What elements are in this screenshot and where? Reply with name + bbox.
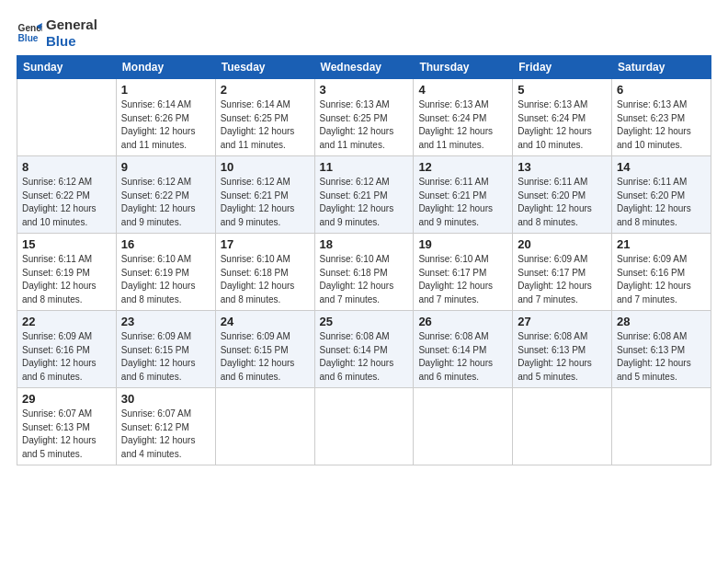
calendar-cell [513,388,612,465]
day-info: Sunrise: 6:12 AMSunset: 6:21 PMDaylight:… [221,176,310,229]
day-info: Sunrise: 6:09 AMSunset: 6:15 PMDaylight:… [221,330,310,384]
day-info: Sunrise: 6:13 AMSunset: 6:23 PMDaylight:… [617,98,706,152]
calendar-cell: 3Sunrise: 6:13 AMSunset: 6:25 PMDaylight… [314,79,414,156]
week-row-3: 15Sunrise: 6:11 AMSunset: 6:19 PMDayligh… [17,234,711,311]
day-info: Sunrise: 6:13 AMSunset: 6:24 PMDaylight:… [418,98,507,152]
day-info: Sunrise: 6:10 AMSunset: 6:18 PMDaylight:… [221,253,310,306]
calendar-cell: 25Sunrise: 6:08 AMSunset: 6:14 PMDayligh… [314,311,414,388]
day-info: Sunrise: 6:08 AMSunset: 6:13 PMDaylight:… [518,330,607,384]
logo-line2: Blue [46,33,97,50]
day-info: Sunrise: 6:08 AMSunset: 6:14 PMDaylight:… [418,330,507,384]
day-number: 6 [617,83,706,97]
day-number: 23 [121,315,210,328]
weekday-sunday: Sunday [17,56,117,79]
day-number: 20 [518,237,607,251]
day-info: Sunrise: 6:12 AMSunset: 6:22 PMDaylight:… [121,176,210,229]
calendar-cell: 8Sunrise: 6:12 AMSunset: 6:22 PMDaylight… [17,156,117,234]
calendar-cell: 29Sunrise: 6:07 AMSunset: 6:13 PMDayligh… [17,388,117,465]
calendar-table: SundayMondayTuesdayWednesdayThursdayFrid… [17,55,711,465]
calendar-cell: 12Sunrise: 6:11 AMSunset: 6:21 PMDayligh… [414,156,513,234]
calendar-cell: 13Sunrise: 6:11 AMSunset: 6:20 PMDayligh… [513,156,612,234]
weekday-saturday: Saturday [612,56,711,79]
logo: General Blue General Blue [17,17,97,50]
calendar-cell [215,388,314,465]
logo-line1: General [46,17,97,33]
week-row-4: 22Sunrise: 6:09 AMSunset: 6:16 PMDayligh… [17,311,711,388]
calendar-cell: 6Sunrise: 6:13 AMSunset: 6:23 PMDaylight… [612,79,711,156]
day-number: 28 [617,315,706,328]
week-row-5: 29Sunrise: 6:07 AMSunset: 6:13 PMDayligh… [17,388,711,465]
week-row-2: 8Sunrise: 6:12 AMSunset: 6:22 PMDaylight… [17,156,711,234]
day-info: Sunrise: 6:09 AMSunset: 6:16 PMDaylight:… [22,330,111,384]
day-number: 3 [320,83,409,97]
day-number: 19 [418,237,507,251]
calendar-cell: 1Sunrise: 6:14 AMSunset: 6:26 PMDaylight… [116,79,215,156]
weekday-tuesday: Tuesday [215,56,314,79]
day-number: 22 [22,315,111,328]
day-info: Sunrise: 6:12 AMSunset: 6:22 PMDaylight:… [22,176,111,229]
day-info: Sunrise: 6:08 AMSunset: 6:14 PMDaylight:… [320,330,409,384]
day-number: 26 [418,315,507,328]
day-info: Sunrise: 6:13 AMSunset: 6:24 PMDaylight:… [518,98,607,152]
day-number: 12 [418,160,507,174]
day-info: Sunrise: 6:13 AMSunset: 6:25 PMDaylight:… [320,98,409,152]
day-number: 29 [22,392,111,406]
day-number: 21 [617,237,706,251]
calendar-cell: 16Sunrise: 6:10 AMSunset: 6:19 PMDayligh… [116,234,215,311]
calendar-cell: 24Sunrise: 6:09 AMSunset: 6:15 PMDayligh… [215,311,314,388]
calendar-cell: 26Sunrise: 6:08 AMSunset: 6:14 PMDayligh… [414,311,513,388]
day-number: 27 [518,315,607,328]
day-info: Sunrise: 6:07 AMSunset: 6:13 PMDaylight:… [22,408,111,461]
day-number: 2 [221,83,310,97]
day-number: 14 [617,160,706,174]
day-info: Sunrise: 6:09 AMSunset: 6:15 PMDaylight:… [121,330,210,384]
day-info: Sunrise: 6:10 AMSunset: 6:19 PMDaylight:… [121,253,210,306]
day-number: 16 [121,237,210,251]
day-number: 11 [320,160,409,174]
day-info: Sunrise: 6:09 AMSunset: 6:16 PMDaylight:… [617,253,706,306]
calendar-cell: 2Sunrise: 6:14 AMSunset: 6:25 PMDaylight… [215,79,314,156]
weekday-monday: Monday [116,56,215,79]
day-number: 10 [221,160,310,174]
day-info: Sunrise: 6:11 AMSunset: 6:19 PMDaylight:… [22,253,111,306]
day-info: Sunrise: 6:11 AMSunset: 6:20 PMDaylight:… [617,176,706,229]
svg-text:General: General [18,23,42,33]
calendar-cell: 19Sunrise: 6:10 AMSunset: 6:17 PMDayligh… [414,234,513,311]
day-number: 18 [320,237,409,251]
day-number: 4 [418,83,507,97]
day-number: 5 [518,83,607,97]
day-number: 13 [518,160,607,174]
calendar-cell [17,79,117,156]
calendar-cell [314,388,414,465]
day-info: Sunrise: 6:14 AMSunset: 6:26 PMDaylight:… [121,98,210,152]
weekday-header-row: SundayMondayTuesdayWednesdayThursdayFrid… [17,56,711,79]
day-number: 1 [121,83,210,97]
calendar-cell: 5Sunrise: 6:13 AMSunset: 6:24 PMDaylight… [513,79,612,156]
header: General Blue General Blue [17,17,711,50]
calendar-cell: 9Sunrise: 6:12 AMSunset: 6:22 PMDaylight… [116,156,215,234]
calendar-cell: 21Sunrise: 6:09 AMSunset: 6:16 PMDayligh… [612,234,711,311]
day-info: Sunrise: 6:10 AMSunset: 6:17 PMDaylight:… [418,253,507,306]
calendar-cell: 30Sunrise: 6:07 AMSunset: 6:12 PMDayligh… [116,388,215,465]
weekday-thursday: Thursday [414,56,513,79]
day-number: 8 [22,160,111,174]
day-info: Sunrise: 6:08 AMSunset: 6:13 PMDaylight:… [617,330,706,384]
calendar-cell: 20Sunrise: 6:09 AMSunset: 6:17 PMDayligh… [513,234,612,311]
day-info: Sunrise: 6:11 AMSunset: 6:20 PMDaylight:… [518,176,607,229]
day-number: 25 [320,315,409,328]
day-info: Sunrise: 6:14 AMSunset: 6:25 PMDaylight:… [221,98,310,152]
calendar-cell: 28Sunrise: 6:08 AMSunset: 6:13 PMDayligh… [612,311,711,388]
calendar-cell: 18Sunrise: 6:10 AMSunset: 6:18 PMDayligh… [314,234,414,311]
calendar-cell: 17Sunrise: 6:10 AMSunset: 6:18 PMDayligh… [215,234,314,311]
logo-icon: General Blue [17,20,42,46]
calendar-cell: 4Sunrise: 6:13 AMSunset: 6:24 PMDaylight… [414,79,513,156]
day-number: 17 [221,237,310,251]
calendar-cell [612,388,711,465]
calendar-cell [414,388,513,465]
calendar-cell: 14Sunrise: 6:11 AMSunset: 6:20 PMDayligh… [612,156,711,234]
calendar-cell: 10Sunrise: 6:12 AMSunset: 6:21 PMDayligh… [215,156,314,234]
calendar-cell: 15Sunrise: 6:11 AMSunset: 6:19 PMDayligh… [17,234,117,311]
week-row-1: 1Sunrise: 6:14 AMSunset: 6:26 PMDaylight… [17,79,711,156]
weekday-wednesday: Wednesday [314,56,414,79]
day-info: Sunrise: 6:09 AMSunset: 6:17 PMDaylight:… [518,253,607,306]
